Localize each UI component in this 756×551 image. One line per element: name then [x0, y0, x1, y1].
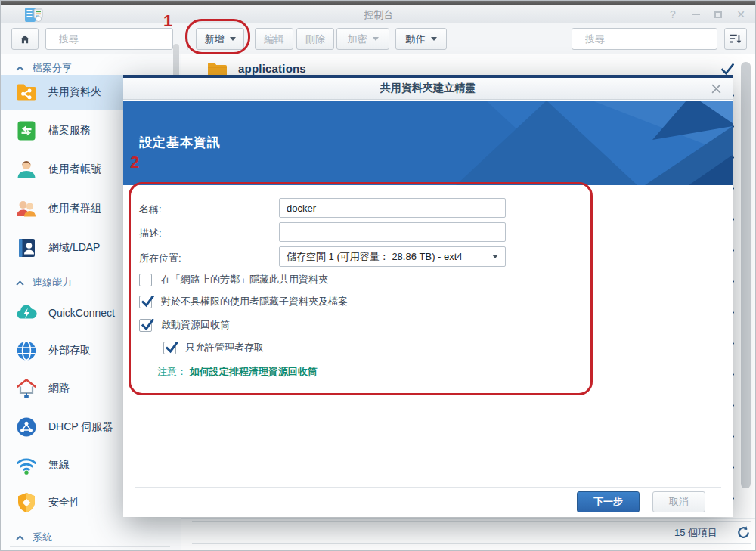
- sidebar-item-label: 外部存取: [48, 344, 91, 358]
- network-icon: [15, 377, 38, 400]
- user-group-icon: [15, 197, 38, 220]
- sidebar-section-file-sharing[interactable]: 檔案分享: [16, 61, 72, 75]
- chevron-down-icon: [492, 255, 498, 258]
- sort-button[interactable]: [724, 28, 747, 50]
- dialog-title: 共用資料夾建立精靈: [380, 82, 476, 95]
- toolbar: 新增 編輯 刪除 加密 動作: [1, 23, 756, 54]
- dropdown-caret-icon: [230, 37, 236, 41]
- dhcp-server-icon: [15, 416, 38, 438]
- create-button[interactable]: 新增: [196, 28, 244, 50]
- filter-input[interactable]: [584, 33, 720, 45]
- encrypt-button-label: 加密: [348, 33, 367, 46]
- name-label: 名稱:: [139, 203, 162, 216]
- description-field[interactable]: [279, 222, 506, 242]
- next-button[interactable]: 下一步: [577, 491, 640, 512]
- home-icon: [20, 33, 30, 45]
- dialog-titlebar: 共用資料夾建立精靈: [123, 78, 733, 100]
- quickconnect-icon: [15, 302, 38, 324]
- window-title: 控制台: [1, 8, 756, 22]
- dialog-banner: 設定基本資訊: [123, 101, 733, 185]
- encrypt-button[interactable]: 加密: [336, 28, 389, 50]
- location-label: 所在位置:: [139, 252, 181, 265]
- external-access-icon: [15, 339, 38, 362]
- dropdown-caret-icon: [431, 37, 437, 41]
- sidebar-item-label: 網路: [48, 382, 70, 395]
- dialog-close-button[interactable]: [711, 83, 722, 94]
- name-field[interactable]: [279, 198, 506, 218]
- sidebar-item-label: QuickConnect: [48, 307, 115, 319]
- security-icon: [15, 491, 38, 514]
- sidebar-item-label: 使用者帳號: [48, 163, 101, 176]
- checkbox-label: 啟動資源回收筒: [161, 318, 230, 332]
- file-services-icon: [15, 119, 38, 142]
- sidebar-item-label: 網域/LDAP: [48, 241, 100, 255]
- help-icon[interactable]: ?: [668, 9, 678, 20]
- sidebar-item-label: 使用者群組: [48, 202, 101, 215]
- sidebar-section-system[interactable]: 系統: [16, 531, 52, 544]
- search-input[interactable]: [57, 33, 194, 45]
- window-titlebar: 控制台 ? ✕: [1, 5, 756, 23]
- sidebar-search: [45, 28, 173, 50]
- minimize-icon[interactable]: [690, 9, 701, 20]
- section-divider: [10, 546, 170, 547]
- checkbox-hide-in-network[interactable]: 在「網路上的芳鄰」隱藏此共用資料夾: [139, 273, 328, 286]
- delete-button[interactable]: 刪除: [296, 28, 334, 50]
- checkbox-hide-subfolders[interactable]: 對於不具權限的使用者隱藏子資料夾及檔案: [139, 295, 348, 308]
- description-label: 描述:: [139, 227, 162, 240]
- section-label: 檔案分享: [33, 61, 72, 75]
- sidebar-item-label: 檔案服務: [48, 124, 91, 138]
- checkbox-label: 對於不具權限的使用者隱藏子資料夾及檔案: [161, 295, 348, 308]
- domain-ldap-icon: [15, 237, 38, 259]
- action-button-label: 動作: [406, 33, 426, 46]
- checkbox[interactable]: [139, 274, 152, 286]
- shared-folder-wizard-dialog: 共用資料夾建立精靈 設定基本資訊 名稱: 描述: 所在位置:: [123, 75, 733, 517]
- close-icon: [711, 83, 722, 94]
- create-button-label: 新增: [205, 33, 225, 46]
- checkbox-label: 在「網路上的芳鄰」隱藏此共用資料夾: [161, 273, 328, 286]
- item-count: 15 個項目: [674, 526, 717, 540]
- delete-button-label: 刪除: [305, 33, 325, 46]
- checkbox-label: 只允許管理者存取: [185, 341, 264, 354]
- refresh-icon: [736, 525, 751, 540]
- content-footer: 15 個項目: [192, 521, 751, 544]
- shared-folder-icon: [15, 81, 38, 104]
- checkbox[interactable]: [139, 319, 152, 332]
- footer-separator: [727, 525, 727, 540]
- edit-button-label: 編輯: [265, 33, 284, 46]
- sidebar-section-connectivity[interactable]: 連線能力: [16, 276, 72, 289]
- wireless-icon: [15, 453, 38, 476]
- content-scrollbar[interactable]: [741, 62, 751, 488]
- location-select-value: 儲存空間 1 (可用容量： 28.86 TB) - ext4: [287, 250, 463, 264]
- edit-button[interactable]: 編輯: [255, 28, 293, 50]
- refresh-button[interactable]: [736, 525, 751, 540]
- chevron-up-icon: [16, 66, 24, 71]
- chevron-up-icon: [16, 280, 24, 286]
- window-close-icon[interactable]: ✕: [736, 9, 746, 20]
- shared-folder-name: applications: [238, 62, 306, 75]
- control-panel-window: 控制台 ? ✕ 新增 編輯 刪除 加密: [0, 0, 756, 551]
- sort-icon: [730, 33, 742, 45]
- checkbox-admin-only-access[interactable]: 只允許管理者存取: [163, 341, 264, 354]
- sidebar-item-label: DHCP 伺服器: [48, 420, 113, 434]
- filter-search: [572, 28, 717, 50]
- cancel-button[interactable]: 取消: [652, 491, 705, 512]
- sidebar-item-label: 安全性: [48, 496, 80, 509]
- action-button[interactable]: 動作: [395, 28, 447, 50]
- recycle-bin-note: 注意： 如何設定排程清理資源回收筒: [157, 365, 318, 379]
- note-prefix: 注意：: [157, 366, 187, 377]
- home-button[interactable]: [11, 28, 39, 50]
- dialog-footer-divider: [135, 487, 721, 488]
- recycle-bin-schedule-link[interactable]: 如何設定排程清理資源回收筒: [190, 366, 318, 377]
- location-select[interactable]: 儲存空間 1 (可用容量： 28.86 TB) - ext4: [279, 246, 506, 267]
- maximize-icon[interactable]: [713, 9, 723, 20]
- banner-step-title: 設定基本資訊: [139, 134, 221, 151]
- user-account-icon: [15, 158, 38, 181]
- checkbox[interactable]: [139, 296, 152, 308]
- dropdown-caret-icon: [373, 37, 379, 41]
- section-label: 連線能力: [33, 276, 72, 289]
- checkbox-enable-recycle-bin[interactable]: 啟動資源回收筒: [139, 318, 230, 332]
- section-label: 系統: [33, 531, 52, 544]
- checkbox[interactable]: [163, 342, 176, 354]
- toolbar-separator: [187, 28, 188, 50]
- sidebar-item-label: 共用資料夾: [48, 85, 101, 99]
